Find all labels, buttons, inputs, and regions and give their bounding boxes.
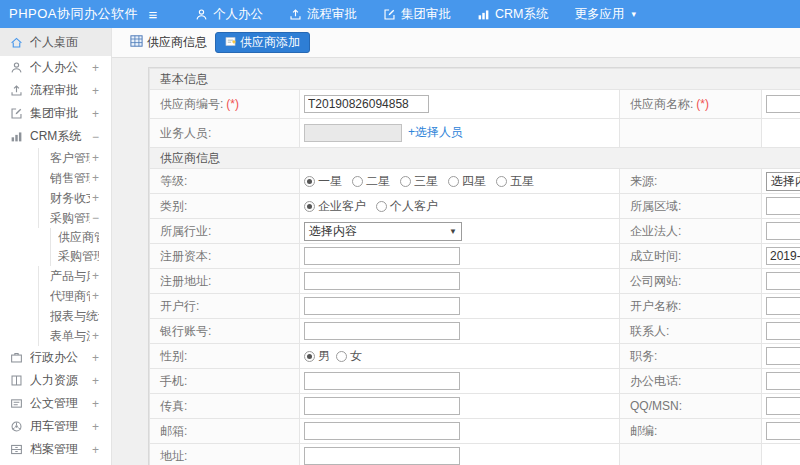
radio-female[interactable]: 女 [336,348,362,365]
topmenu-workflow-approval[interactable]: 流程审批 [276,0,370,28]
label-fax: 传真: [150,394,300,419]
fax-input[interactable] [304,397,460,415]
supplier-add-form: 基本信息 供应商编号:(*) 供应商名称:(*) 业务人员: +选择人员 [148,67,800,465]
sidebar-item-human-resources[interactable]: 人力资源 + [0,369,111,392]
collapse-icon[interactable]: − [92,130,99,144]
sidebar-item-reports-stats[interactable]: 报表与统计 [0,306,111,326]
job-title-input[interactable] [766,347,800,365]
category-radio-group: 企业客户 个人客户 [304,198,619,215]
sidebar-item-sales-mgmt[interactable]: 销售管理 + [0,168,111,188]
label-source: 来源: [620,169,762,194]
sidebar-item-purchasing[interactable]: 采购管理 [0,247,111,266]
contact-person-input[interactable] [766,322,800,340]
sidebar-item-product-inventory[interactable]: 产品与库存 + [0,266,111,286]
sidebar-item-customer-mgmt[interactable]: 客户管理 + [0,148,111,168]
address-input[interactable] [304,447,460,465]
radio-personal-customer[interactable]: 个人客户 [376,198,438,215]
chevron-down-icon: ▼ [449,227,457,236]
expand-icon[interactable]: + [92,191,99,205]
book-icon [10,374,23,387]
tab-supplier-info[interactable]: 供应商信息 [130,34,207,51]
grade-radio-group: 一星 二星 三星 四星 五星 [304,173,619,190]
region-input[interactable] [766,197,800,215]
sidebar-item-vehicle-mgmt[interactable]: 用车管理 + [0,415,111,438]
bank-branch-input[interactable] [304,297,460,315]
sidebar-item-crm-system[interactable]: CRM系统 − [0,125,111,148]
section-header-basic-info: 基本信息 [150,69,800,90]
label-supplier-code: 供应商编号:(*) [150,90,300,119]
topmenu-more-apps[interactable]: 更多应用 ▾ [561,0,649,28]
sidebar-item-document-mgmt[interactable]: 公文管理 + [0,392,111,415]
radio-five-star[interactable]: 五星 [496,173,534,190]
sidebar-item-archive-mgmt[interactable]: 档案管理 + [0,438,111,461]
registered-address-input[interactable] [304,272,460,290]
account-name-input[interactable] [766,297,800,315]
legal-person-input[interactable] [766,222,800,240]
office-phone-input[interactable] [766,372,800,390]
tab-supplier-add[interactable]: 供应商添加 [215,32,310,53]
required-mark: (*) [696,97,709,111]
postcode-input[interactable] [766,422,800,440]
industry-select[interactable]: 选择内容▼ [304,222,462,241]
qq-msn-input[interactable] [766,397,800,415]
expand-icon[interactable]: + [92,84,99,98]
email-input[interactable] [304,422,460,440]
expand-icon[interactable]: + [92,397,99,411]
label-bank-branch: 开户行: [150,294,300,319]
content-area: 基本信息 供应商编号:(*) 供应商名称:(*) 业务人员: +选择人员 [112,58,800,465]
sidebar-item-agent-mgmt[interactable]: 代理商管理 + [0,286,111,306]
sidebar-item-group-approval[interactable]: 集团审批 + [0,102,111,125]
radio-enterprise-customer[interactable]: 企业客户 [304,198,366,215]
topmenu-group-approval[interactable]: 集团审批 [370,0,464,28]
source-select[interactable]: 选择内容▼ [766,172,800,191]
radio-male[interactable]: 男 [304,348,330,365]
sidebar-item-purchase-mgmt[interactable]: 采购管理 − [0,208,111,228]
user-icon [10,61,23,74]
bank-account-input[interactable] [304,322,460,340]
sidebar-item-admin-office[interactable]: 行政办公 + [0,346,111,369]
expand-icon[interactable]: + [92,420,99,434]
mobile-input[interactable] [304,372,460,390]
founded-date-input[interactable] [766,247,800,265]
upload-icon [289,8,302,21]
expand-icon[interactable]: + [92,374,99,388]
label-job-title: 职务: [620,344,762,369]
expand-icon[interactable]: + [92,329,99,343]
expand-icon[interactable]: + [92,269,99,283]
expand-icon[interactable]: + [92,151,99,165]
app-brand: PHPOA协同办公软件 [0,5,128,23]
radio-four-star[interactable]: 四星 [448,173,486,190]
sidebar-item-personal-desktop[interactable]: 个人桌面 [0,28,111,56]
expand-icon[interactable]: + [92,351,99,365]
label-company-website: 公司网站: [620,269,762,294]
label-industry: 所属行业: [150,219,300,244]
edit-icon [383,8,396,21]
top-bar: PHPOA协同办公软件 ≡ 个人办公 流程审批 集团审批 CRM系统 更多应用 … [0,0,800,28]
radio-three-star[interactable]: 三星 [400,173,438,190]
radio-one-star[interactable]: 一星 [304,173,342,190]
chart-icon [477,8,490,21]
topmenu-crm-system[interactable]: CRM系统 [464,0,561,28]
company-website-input[interactable] [766,272,800,290]
expand-icon[interactable]: + [92,107,99,121]
select-person-link[interactable]: +选择人员 [408,125,463,139]
hamburger-icon[interactable]: ≡ [138,6,168,23]
sidebar-item-finance[interactable]: 财务收支 + [0,188,111,208]
sidebar-item-personal-office[interactable]: 个人办公 + [0,56,111,79]
registered-capital-input[interactable] [304,247,460,265]
collapse-icon[interactable]: − [92,211,99,225]
radio-two-star[interactable]: 二星 [352,173,390,190]
topmenu-personal-office[interactable]: 个人办公 [182,0,276,28]
expand-icon[interactable]: + [92,289,99,303]
supplier-name-input[interactable] [766,95,800,113]
expand-icon[interactable]: + [92,443,99,457]
sidebar-item-workflow-approval[interactable]: 流程审批 + [0,79,111,102]
sidebar-item-supplier-mgmt[interactable]: 供应商管理 [0,228,111,247]
expand-icon[interactable]: + [92,171,99,185]
label-registered-capital: 注册资本: [150,244,300,269]
supplier-code-input[interactable] [304,95,429,113]
business-staff-input[interactable] [304,124,402,142]
sidebar-item-form-flow-settings[interactable]: 表单与流程设置 + [0,326,111,346]
tab-strip: 供应商信息 供应商添加 [112,28,800,58]
expand-icon[interactable]: + [92,61,99,75]
